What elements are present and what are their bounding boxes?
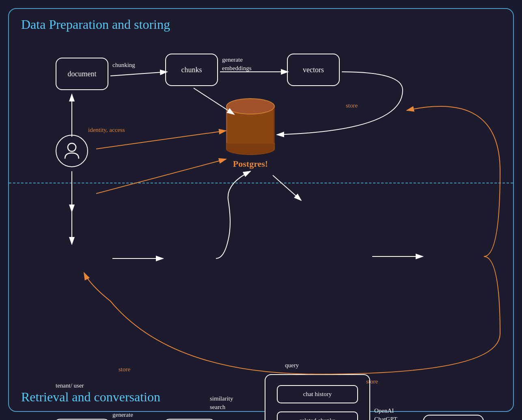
label-chunking: chunking xyxy=(112,62,135,69)
label-generate-embeddings-bottom: generateembeddings xyxy=(112,411,142,420)
label-query: query xyxy=(285,362,299,369)
main-container: Data Preparation and storing document ch… xyxy=(8,8,514,412)
postgres-top xyxy=(226,98,275,114)
context-box: chat history related chunks prompt quest… xyxy=(265,374,370,420)
node-chunks: chunks xyxy=(165,54,218,86)
label-generate-embeddings: generateembeddings xyxy=(222,56,252,73)
node-document: document xyxy=(56,58,108,90)
label-identity-access: identity, access xyxy=(88,127,125,134)
label-store-top: store xyxy=(346,102,358,109)
section-title-bottom: Retrieval and conversation xyxy=(21,390,160,405)
node-vectors: vectors xyxy=(287,54,340,86)
context-item-related-chunks: related chunks xyxy=(277,411,358,420)
bottom-section: question vector response chat history re… xyxy=(9,183,513,413)
svg-point-0 xyxy=(68,143,76,151)
section-title-top: Data Preparation and storing xyxy=(21,17,170,32)
postgres-label: Postgres! xyxy=(233,159,268,169)
label-openai-chatgpt: OpenAIChatGPT xyxy=(374,407,397,420)
node-response: response xyxy=(423,415,484,420)
label-store-right: store xyxy=(366,378,378,385)
node-user xyxy=(56,135,88,167)
postgres-bottom xyxy=(226,143,275,155)
label-store-bottom: store xyxy=(119,366,130,373)
label-similarity-search: similaritysearch xyxy=(210,394,233,411)
person-icon xyxy=(62,141,82,161)
label-tenant-user: tenant/ user xyxy=(56,382,84,389)
context-item-chat-history: chat history xyxy=(277,385,358,403)
postgres-cylinder: Postgres! xyxy=(226,98,275,155)
